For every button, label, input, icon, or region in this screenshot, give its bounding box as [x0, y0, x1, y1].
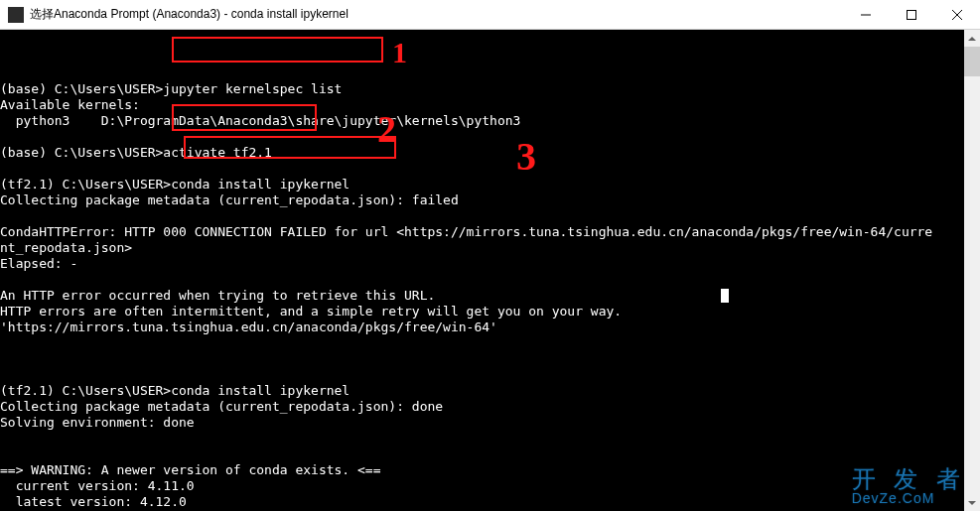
scroll-up-button[interactable] — [964, 30, 980, 47]
terminal-line — [0, 65, 980, 81]
terminal-line: (base) C:\Users\USER>activate tf2.1 — [0, 145, 980, 161]
titlebar[interactable]: 选择Anaconda Prompt (Anaconda3) - conda in… — [0, 0, 980, 30]
close-button[interactable] — [934, 0, 980, 30]
vertical-scrollbar[interactable] — [964, 30, 980, 511]
terminal-line: Solving environment: done — [0, 415, 980, 431]
terminal-line — [0, 447, 980, 462]
terminal-line — [0, 272, 980, 288]
app-icon — [8, 7, 24, 23]
maximize-button[interactable] — [889, 0, 934, 30]
terminal-line: HTTP errors are often intermittent, and … — [0, 304, 980, 319]
svg-rect-1 — [908, 10, 916, 19]
terminal-line: (tf2.1) C:\Users\USER>conda install ipyk… — [0, 177, 980, 192]
terminal-line — [0, 129, 980, 145]
terminal-line: Elapsed: - — [0, 256, 980, 272]
terminal-line — [0, 351, 980, 367]
terminal-line: (base) C:\Users\USER>jupyter kernelspec … — [0, 81, 980, 97]
terminal-line: Collecting package metadata (current_rep… — [0, 192, 980, 208]
terminal-line: 'https://mirrors.tuna.tsinghua.edu.cn/an… — [0, 319, 980, 335]
window-title: 选择Anaconda Prompt (Anaconda3) - conda in… — [30, 6, 349, 23]
scroll-down-button[interactable] — [964, 494, 980, 511]
terminal-line — [0, 208, 980, 224]
terminal-line — [0, 161, 980, 177]
terminal-line: (tf2.1) C:\Users\USER>conda install ipyk… — [0, 383, 980, 399]
terminal-line: CondaHTTPError: HTTP 000 CONNECTION FAIL… — [0, 224, 980, 240]
terminal-line: current version: 4.11.0 — [0, 478, 980, 494]
terminal-area[interactable]: (base) C:\Users\USER>jupyter kernelspec … — [0, 30, 980, 511]
terminal-line: Collecting package metadata (current_rep… — [0, 399, 980, 415]
minimize-button[interactable] — [843, 0, 889, 30]
scrollbar-thumb[interactable] — [964, 47, 980, 76]
text-cursor — [721, 289, 729, 303]
terminal-line: Available kernels: — [0, 97, 980, 113]
anaconda-prompt-window: 选择Anaconda Prompt (Anaconda3) - conda in… — [0, 0, 980, 511]
terminal-line: ==> WARNING: A newer version of conda ex… — [0, 462, 980, 478]
terminal-line: python3 D:\ProgramData\Anaconda3\share\j… — [0, 113, 980, 129]
terminal-line — [0, 367, 980, 383]
terminal-line: An HTTP error occurred when trying to re… — [0, 288, 980, 304]
terminal-line: latest version: 4.12.0 — [0, 494, 980, 510]
terminal-line — [0, 431, 980, 447]
terminal-line: nt_repodata.json> — [0, 240, 980, 256]
terminal-line — [0, 335, 980, 351]
